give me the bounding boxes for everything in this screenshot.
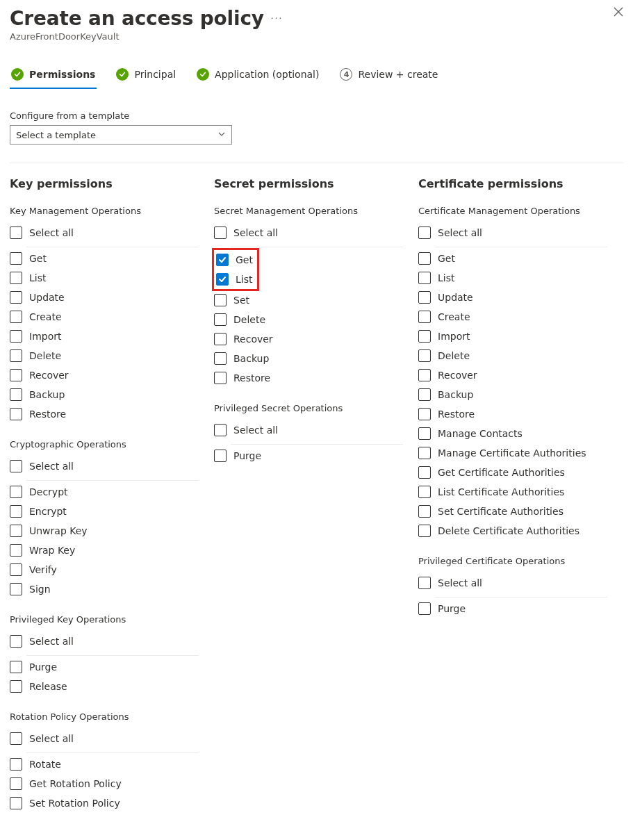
- checkbox[interactable]: [214, 313, 227, 326]
- checkbox[interactable]: [418, 388, 431, 401]
- permission-checkbox[interactable]: Create: [418, 307, 607, 327]
- select-all-checkbox[interactable]: Select all: [10, 632, 199, 651]
- permission-checkbox[interactable]: List: [214, 270, 257, 289]
- permission-checkbox[interactable]: Delete: [214, 310, 403, 329]
- checkbox[interactable]: [10, 758, 22, 771]
- select-all-checkbox[interactable]: Select all: [418, 223, 607, 242]
- permission-checkbox[interactable]: Sign: [10, 579, 199, 599]
- checkbox[interactable]: [10, 388, 22, 401]
- select-all-checkbox[interactable]: Select all: [214, 223, 403, 242]
- checkbox[interactable]: [10, 272, 22, 284]
- checkbox[interactable]: [214, 450, 227, 462]
- checkbox[interactable]: [10, 680, 22, 693]
- select-all-checkbox[interactable]: Select all: [214, 420, 403, 440]
- checkbox[interactable]: [418, 369, 431, 381]
- permission-checkbox[interactable]: Get: [418, 249, 607, 268]
- checkbox[interactable]: [10, 311, 22, 323]
- checkbox[interactable]: [214, 352, 227, 365]
- permission-checkbox[interactable]: List Certificate Authorities: [418, 482, 607, 502]
- permission-checkbox[interactable]: Purge: [418, 599, 607, 618]
- permission-checkbox[interactable]: Get: [10, 249, 199, 268]
- permission-checkbox[interactable]: Set: [214, 290, 403, 310]
- permission-checkbox[interactable]: Delete: [418, 346, 607, 365]
- checkbox[interactable]: [418, 505, 431, 518]
- checkbox[interactable]: [418, 227, 431, 239]
- permission-checkbox[interactable]: Delete: [10, 346, 199, 365]
- permission-checkbox[interactable]: Update: [418, 288, 607, 307]
- checkbox[interactable]: [418, 525, 431, 537]
- permission-checkbox[interactable]: Recover: [418, 365, 607, 385]
- checkbox[interactable]: [10, 369, 22, 381]
- permission-checkbox[interactable]: Update: [10, 288, 199, 307]
- select-all-checkbox[interactable]: Select all: [418, 573, 607, 593]
- checkbox[interactable]: [10, 252, 22, 265]
- permission-checkbox[interactable]: Manage Contacts: [418, 424, 607, 443]
- checkbox[interactable]: [418, 272, 431, 284]
- permission-checkbox[interactable]: Get Rotation Policy: [10, 774, 199, 793]
- select-all-checkbox[interactable]: Select all: [10, 729, 199, 748]
- permission-checkbox[interactable]: List: [418, 268, 607, 288]
- permission-checkbox[interactable]: Set Rotation Policy: [10, 793, 199, 813]
- checkbox[interactable]: [10, 291, 22, 304]
- checkbox[interactable]: [214, 424, 227, 436]
- tab-review-create[interactable]: 4Review + create: [338, 64, 439, 89]
- checkbox[interactable]: [418, 349, 431, 362]
- checkbox[interactable]: [418, 486, 431, 498]
- checkbox[interactable]: [10, 349, 22, 362]
- checkbox[interactable]: [214, 372, 227, 384]
- checkbox[interactable]: [216, 273, 229, 286]
- checkbox[interactable]: [418, 408, 431, 420]
- checkbox[interactable]: [10, 486, 22, 498]
- select-all-checkbox[interactable]: Select all: [10, 456, 199, 476]
- checkbox[interactable]: [10, 330, 22, 343]
- checkbox[interactable]: [10, 505, 22, 518]
- permission-checkbox[interactable]: Recover: [10, 365, 199, 385]
- checkbox[interactable]: [418, 447, 431, 459]
- tab-application-optional-[interactable]: Application (optional): [195, 64, 320, 89]
- checkbox[interactable]: [418, 330, 431, 343]
- template-select[interactable]: Select a template: [10, 125, 232, 145]
- checkbox[interactable]: [418, 291, 431, 304]
- permission-checkbox[interactable]: Get Certificate Authorities: [418, 463, 607, 482]
- permission-checkbox[interactable]: Unwrap Key: [10, 521, 199, 541]
- checkbox[interactable]: [10, 544, 22, 557]
- checkbox[interactable]: [418, 311, 431, 323]
- permission-checkbox[interactable]: Create: [10, 307, 199, 327]
- permission-checkbox[interactable]: Purge: [10, 657, 199, 677]
- permission-checkbox[interactable]: Restore: [10, 404, 199, 424]
- checkbox[interactable]: [214, 333, 227, 345]
- checkbox[interactable]: [10, 460, 22, 472]
- more-icon[interactable]: ···: [271, 14, 283, 24]
- permission-checkbox[interactable]: Import: [418, 327, 607, 346]
- tab-principal[interactable]: Principal: [115, 64, 177, 89]
- select-all-checkbox[interactable]: Select all: [10, 223, 199, 242]
- checkbox[interactable]: [214, 294, 227, 306]
- permission-checkbox[interactable]: Set Certificate Authorities: [418, 502, 607, 521]
- checkbox[interactable]: [418, 577, 431, 589]
- permission-checkbox[interactable]: Backup: [214, 349, 403, 368]
- permission-checkbox[interactable]: Restore: [418, 404, 607, 424]
- permission-checkbox[interactable]: Purge: [214, 446, 403, 466]
- permission-checkbox[interactable]: Decrypt: [10, 482, 199, 502]
- checkbox[interactable]: [10, 797, 22, 809]
- checkbox[interactable]: [418, 466, 431, 479]
- permission-checkbox[interactable]: Release: [10, 677, 199, 696]
- checkbox[interactable]: [10, 661, 22, 673]
- close-icon[interactable]: [614, 7, 623, 19]
- checkbox[interactable]: [418, 602, 431, 615]
- checkbox[interactable]: [10, 732, 22, 745]
- tab-permissions[interactable]: Permissions: [10, 64, 97, 89]
- permission-checkbox[interactable]: Rotate: [10, 755, 199, 774]
- permission-checkbox[interactable]: Import: [10, 327, 199, 346]
- permission-checkbox[interactable]: Recover: [214, 329, 403, 349]
- permission-checkbox[interactable]: Delete Certificate Authorities: [418, 521, 607, 541]
- permission-checkbox[interactable]: Wrap Key: [10, 541, 199, 560]
- checkbox[interactable]: [10, 563, 22, 576]
- checkbox[interactable]: [214, 227, 227, 239]
- checkbox[interactable]: [10, 583, 22, 595]
- permission-checkbox[interactable]: Backup: [418, 385, 607, 404]
- checkbox[interactable]: [10, 227, 22, 239]
- permission-checkbox[interactable]: Manage Certificate Authorities: [418, 443, 607, 463]
- permission-checkbox[interactable]: Encrypt: [10, 502, 199, 521]
- checkbox[interactable]: [216, 254, 229, 266]
